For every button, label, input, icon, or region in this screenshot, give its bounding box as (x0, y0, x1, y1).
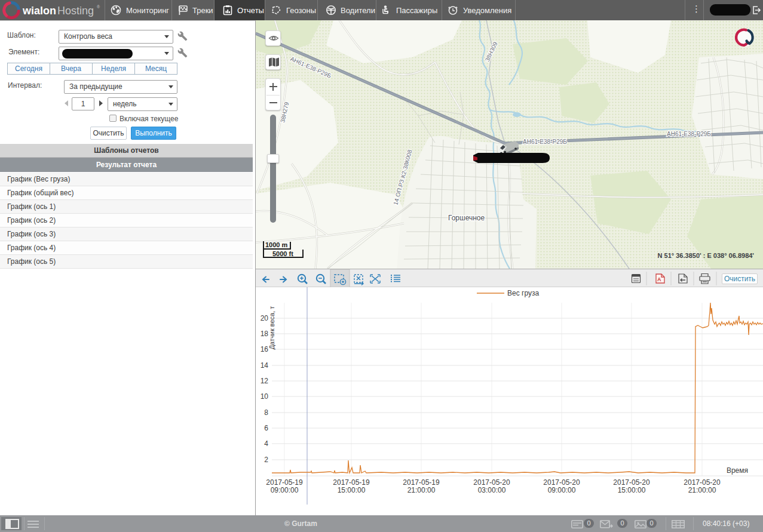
svg-text:Вес груза: Вес груза (507, 289, 539, 297)
svg-text:10: 10 (261, 392, 269, 401)
svg-text:4: 4 (264, 439, 268, 448)
svg-text:6: 6 (264, 424, 268, 432)
svg-text:1000 m: 1000 m (265, 241, 288, 248)
svg-text:A: A (657, 276, 661, 282)
svg-text:Hosting: Hosting (57, 5, 94, 17)
svg-text:8: 8 (264, 408, 268, 417)
svg-text:2017-05-20: 2017-05-20 (613, 478, 650, 487)
svg-text:2017-05-20: 2017-05-20 (473, 478, 510, 487)
svg-text:АН61-Е38-Р29Б: АН61-Е38-Р29Б (523, 139, 567, 145)
svg-text:12: 12 (261, 377, 269, 385)
svg-text:2017-05-20: 2017-05-20 (684, 478, 721, 487)
svg-text:2: 2 (264, 456, 268, 464)
svg-text:АН61-Е38-Р29Б: АН61-Е38-Р29Б (667, 131, 711, 137)
svg-text:®: ® (97, 5, 100, 9)
svg-text:Датчик веса, т: Датчик веса, т (268, 306, 275, 350)
svg-text:wialon: wialon (22, 5, 56, 17)
svg-text:2017-05-19: 2017-05-19 (333, 478, 370, 487)
svg-text:2017-05-20: 2017-05-20 (543, 478, 580, 487)
svg-text:09:00:00: 09:00:00 (271, 486, 299, 494)
svg-text:Горшечное: Горшечное (448, 214, 485, 222)
svg-text:2017-05-19: 2017-05-19 (403, 478, 440, 487)
svg-text:03:00:00: 03:00:00 (478, 486, 506, 494)
svg-text:21:00:00: 21:00:00 (688, 486, 716, 494)
svg-text:15:00:00: 15:00:00 (338, 486, 366, 494)
svg-text:09:00:00: 09:00:00 (548, 486, 576, 494)
svg-text:16: 16 (261, 345, 269, 353)
svg-text:14: 14 (261, 361, 269, 370)
svg-text:15:00:00: 15:00:00 (618, 486, 646, 494)
svg-text:N 51° 36.3850' : E 038° 06.898: N 51° 36.3850' : E 038° 06.8984' (658, 252, 755, 259)
svg-text:Время: Время (727, 466, 748, 475)
svg-text:18: 18 (261, 330, 269, 338)
svg-text:21:00:00: 21:00:00 (407, 486, 436, 494)
svg-text:20: 20 (261, 314, 269, 322)
svg-text:2017-05-19: 2017-05-19 (266, 478, 303, 487)
svg-text:5000 ft: 5000 ft (272, 250, 293, 257)
